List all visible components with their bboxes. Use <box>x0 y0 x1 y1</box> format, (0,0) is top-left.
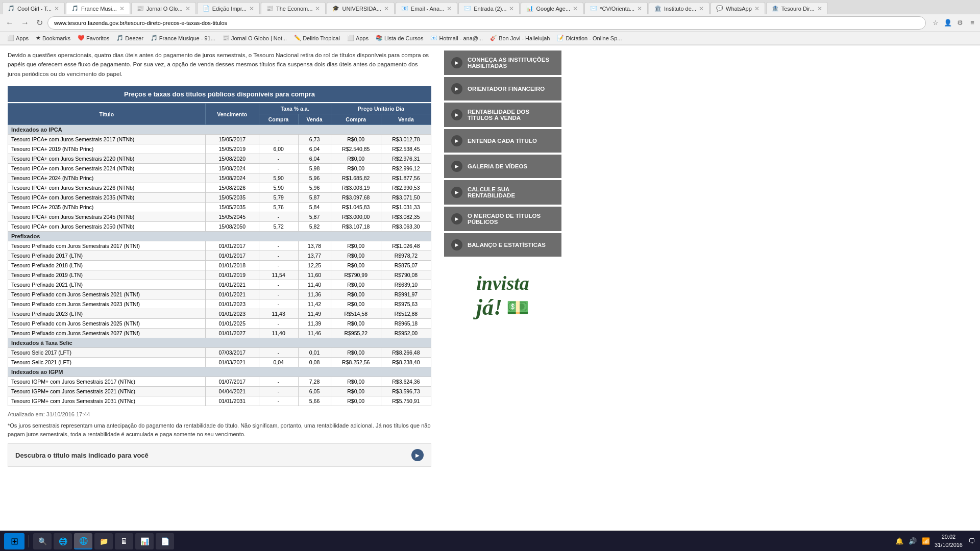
settings-icon[interactable]: ⚙ <box>955 18 965 28</box>
bookmark-apps[interactable]: ⬜Apps <box>4 34 32 42</box>
taskbar-explorer[interactable]: 📁 <box>94 533 113 549</box>
sidebar-nav-button[interactable]: ► CONHEÇA AS INSTITUIÇÕES HABILITADAS <box>444 51 561 75</box>
cell-preco-compra: R$955,22 <box>331 329 381 338</box>
taskbar-cortana[interactable]: 🌐 <box>54 533 72 549</box>
tab-cool-girl[interactable]: 🎵 Cool Girl - T... ✕ <box>2 2 65 14</box>
tab-whatsapp[interactable]: 💬 WhatsApp ✕ <box>710 2 765 14</box>
taskbar-search[interactable]: 🔍 <box>33 533 52 549</box>
sidebar-nav-button[interactable]: ► RENTABILIDADE DOS TÍTULOS À VENDA <box>444 103 561 127</box>
bookmark-deezer[interactable]: 🎵Deezer <box>113 34 146 42</box>
notification-icon[interactable]: 🔔 <box>895 537 904 546</box>
cell-titulo: Tesouro IPCA+ com Juros Semestrais 2026 … <box>8 183 206 193</box>
tab-google[interactable]: 📊 Google Age... ✕ <box>521 2 583 14</box>
table-row: Tesouro IPCA+ 2019 (NTNb Princ) 15/05/20… <box>8 144 431 154</box>
taskbar-browser[interactable]: 🌐 <box>74 533 92 549</box>
tab-close-11[interactable]: ✕ <box>696 5 704 12</box>
forward-button[interactable]: → <box>18 17 32 29</box>
bookmark-delirio[interactable]: ✏️Delirio Tropical <box>291 34 343 42</box>
cell-vencimento: 01/01/2021 <box>205 280 259 290</box>
sidebar-nav-button[interactable]: ► ENTENDA CADA TÍTULO <box>444 129 561 153</box>
sidebar-logo: invista já! 💵 <box>444 267 561 325</box>
taskbar-calc[interactable]: 🖩 <box>115 533 133 549</box>
table-row: Tesouro Prefixado com Juros Semestrais 2… <box>8 241 431 251</box>
bonjovi-icon: 🎸 <box>490 35 497 41</box>
tab-universidade[interactable]: 🎓 UNIVERSIDA... ✕ <box>327 2 394 14</box>
cell-preco-venda: R$952,00 <box>381 329 431 338</box>
bookmark-hotmail[interactable]: 📧Hotmail - ana@... <box>427 34 486 42</box>
cell-taxa-compra: 11,54 <box>259 270 298 280</box>
tab-tesouro[interactable]: 🏦 Tesouro Dir... ✕ <box>766 2 828 14</box>
tab-close-9[interactable]: ✕ <box>570 5 578 12</box>
bookmark-lista[interactable]: 📚Lista de Cursos <box>373 34 426 42</box>
tab-close-4[interactable]: ✕ <box>247 5 254 12</box>
cell-preco-compra: R$3.097,68 <box>331 193 381 203</box>
bookmark-apps2[interactable]: ⬜Apps <box>344 34 372 42</box>
cell-titulo: Tesouro Prefixado 2021 (LTN) <box>8 280 206 290</box>
tab-close-7[interactable]: ✕ <box>444 5 452 12</box>
tab-jornal[interactable]: 📰 Jornal O Glo... ✕ <box>131 2 196 14</box>
cell-taxa-venda: 6,04 <box>298 144 331 154</box>
sidebar-nav-button[interactable]: ► GALERIA DE VÍDEOS <box>444 155 561 178</box>
star-icon[interactable]: ☆ <box>931 18 940 28</box>
cell-preco-venda: R$3.012,78 <box>381 135 431 144</box>
tab-email[interactable]: 📧 Email - Ana... ✕ <box>396 2 457 14</box>
cell-preco-compra: R$8.252,56 <box>331 358 381 367</box>
user-icon[interactable]: 👤 <box>943 18 952 28</box>
sidebar-nav-button[interactable]: ► O MERCADO DE TÍTULOS PÚBLICOS <box>444 207 561 231</box>
cell-vencimento: 15/05/2035 <box>205 193 259 203</box>
tab-close-1[interactable]: ✕ <box>52 5 59 12</box>
cell-vencimento: 15/05/2045 <box>205 212 259 222</box>
cell-taxa-venda: 5,98 <box>298 164 331 173</box>
tab-close-3[interactable]: ✕ <box>183 5 190 12</box>
bookmark-france-musique[interactable]: 🎵France Musique - 91... <box>148 34 218 42</box>
tab-cv[interactable]: ✉️ *CV/Orienta... ✕ <box>584 2 648 14</box>
menu-icon[interactable]: ≡ <box>968 18 977 28</box>
table-row: Tesouro Prefixado 2018 (LTN) 01/01/2018 … <box>8 261 431 270</box>
bookmark-bookmarks[interactable]: ★Bookmarks <box>33 34 74 42</box>
tab-close-6[interactable]: ✕ <box>381 5 389 12</box>
cell-taxa-compra: 5,90 <box>259 173 298 183</box>
tab-instituto[interactable]: 🏛️ Instituto de... ✕ <box>649 2 709 14</box>
taskbar-ppt[interactable]: 📊 <box>135 533 154 549</box>
table-row: Tesouro Prefixado com Juros Semestrais 2… <box>8 319 431 329</box>
tab-close-8[interactable]: ✕ <box>506 5 514 12</box>
tab-close-2[interactable]: ✕ <box>117 5 125 12</box>
cell-vencimento: 01/01/2017 <box>205 251 259 261</box>
tab-close-13[interactable]: ✕ <box>815 5 822 12</box>
tab-edicao[interactable]: 📄 Edição Impr... ✕ <box>197 2 260 14</box>
bookmark-dictation[interactable]: 📝Dictation - Online Sp... <box>554 34 625 42</box>
cell-preco-venda: R$3.624,36 <box>381 377 431 387</box>
sidebar-nav-button[interactable]: ► BALANÇO E ESTATÍSTICAS <box>444 233 561 257</box>
tab-close-10[interactable]: ✕ <box>634 5 642 12</box>
address-bar[interactable] <box>47 16 926 30</box>
bookmark-jornal[interactable]: 📰Jornal O Globo | Not... <box>219 34 290 42</box>
tab-france-music[interactable]: 🎵 France Musi... ✕ <box>66 2 130 14</box>
bookmark-favoritos[interactable]: ❤️Favoritos <box>75 34 112 42</box>
back-button[interactable]: ← <box>3 17 16 29</box>
cell-taxa-venda: 6,73 <box>298 135 331 144</box>
sidebar-btn-label: CONHEÇA AS INSTITUIÇÕES HABILITADAS <box>468 57 554 69</box>
cell-preco-compra: R$0,00 <box>331 280 381 290</box>
action-center-icon[interactable]: 🗨 <box>967 537 976 546</box>
cell-vencimento: 15/08/2026 <box>205 183 259 193</box>
sidebar-nav-button[interactable]: ► CALCULE SUA RENTABILIDADE <box>444 180 561 205</box>
cell-preco-venda: R$8.266,48 <box>381 348 431 358</box>
tab-close-12[interactable]: ✕ <box>752 5 760 12</box>
apps2-icon: ⬜ <box>347 35 354 41</box>
tab-entrada[interactable]: ✉️ Entrada (2)... ✕ <box>458 2 520 14</box>
taskbar-acrobat[interactable]: 📄 <box>156 533 174 549</box>
reload-button[interactable]: ↻ <box>34 17 45 29</box>
cell-taxa-venda: 5,96 <box>298 183 331 193</box>
discover-button[interactable]: Descubra o título mais indicado para voc… <box>8 443 431 467</box>
cell-preco-compra: R$3.107,18 <box>331 222 381 232</box>
bookmark-bonjovi[interactable]: 🎸Bon Jovi - Hallelujah <box>487 34 553 42</box>
tab-close-5[interactable]: ✕ <box>312 5 320 12</box>
volume-icon[interactable]: 🔊 <box>908 537 917 546</box>
network-icon[interactable]: 📶 <box>921 537 930 546</box>
sidebar-nav-button[interactable]: ► ORIENTADOR FINANCEIRO <box>444 77 561 101</box>
cell-taxa-venda: 5,87 <box>298 193 331 203</box>
start-button[interactable]: ⊞ <box>4 533 24 549</box>
cell-vencimento: 15/05/2035 <box>205 203 259 212</box>
tab-economist[interactable]: 📰 The Econom... ✕ <box>261 2 326 14</box>
cell-preco-venda: R$3.071,50 <box>381 193 431 203</box>
